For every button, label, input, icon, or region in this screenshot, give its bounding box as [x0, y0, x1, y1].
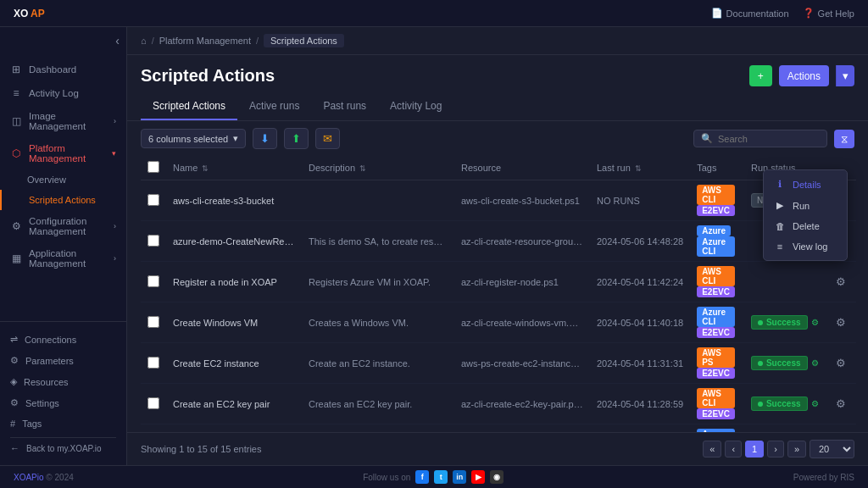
tab-past-runs[interactable]: Past runs	[311, 93, 378, 120]
cell-tags: Azure PSE2EVC	[690, 424, 744, 433]
mail-icon-btn[interactable]: ✉	[315, 128, 340, 149]
tab-active-runs[interactable]: Active runs	[237, 93, 311, 120]
sidebar-item-dashboard[interactable]: ⊞ Dashboard	[0, 58, 126, 81]
actions-dropdown-button[interactable]: ▾	[836, 65, 854, 86]
cell-name: Create EC2 instance	[166, 343, 302, 384]
page-1-btn[interactable]: 1	[745, 441, 764, 458]
tag-badge: AWS CLI	[697, 185, 735, 205]
actions-button[interactable]: Actions	[779, 65, 829, 86]
row-checkbox[interactable]	[147, 235, 159, 247]
sidebar-item-platform-management[interactable]: ⬡ Platform Management ▾	[0, 137, 126, 169]
sidebar-subitem-overview[interactable]: Overview	[0, 169, 126, 190]
cell-resource: az-cli-create-resource-group.ps1	[454, 221, 590, 262]
tag-badge: E2EVC	[697, 327, 735, 338]
cell-description: Creates a resource group.	[302, 424, 454, 433]
svg-text:XO: XO	[14, 8, 28, 19]
sidebar-item-resources[interactable]: ◈ Resources	[10, 371, 116, 392]
breadcrumb: ⌂ / Platform Management / Scripted Actio…	[127, 27, 868, 55]
tag-badge: AWS CLI	[697, 266, 735, 286]
prev-page-btn[interactable]: ‹	[725, 441, 742, 458]
table-row: Register a node in XOAPRegisters Azure V…	[141, 262, 856, 302]
context-menu: ℹ Details ▶ Run 🗑 Delete ≡ View log	[763, 169, 848, 261]
content-area: ⌂ / Platform Management / Scripted Actio…	[127, 27, 868, 465]
download-icon-btn[interactable]: ⬇	[253, 128, 277, 149]
facebook-icon[interactable]: f	[415, 470, 429, 484]
next-page-btn[interactable]: ›	[767, 441, 784, 458]
youtube-icon[interactable]: ▶	[471, 470, 485, 484]
tab-activity-log[interactable]: Activity Log	[378, 93, 453, 120]
toolbar: 6 columns selected ▾ ⬇ ⬆ ✉ 🔍 ⧖	[127, 121, 868, 156]
sidebar-bottom: ⇌ Connections ⚙ Parameters ◈ Resources ⚙…	[0, 321, 126, 465]
twitter-icon[interactable]: t	[434, 470, 448, 484]
gear-button[interactable]: ⚙	[832, 396, 849, 412]
cell-description: Creates an EC2 key pair.	[302, 384, 454, 424]
sidebar-item-connections[interactable]: ⇌ Connections	[10, 329, 116, 350]
gear-button[interactable]: ⚙	[832, 274, 849, 290]
dashboard-icon: ⊞	[10, 64, 22, 75]
app-expand-icon: ›	[114, 254, 116, 263]
row-checkbox[interactable]	[147, 275, 159, 287]
context-menu-details[interactable]: ℹ Details	[764, 174, 847, 195]
help-link[interactable]: ❓ Get Help	[803, 8, 854, 19]
upload-icon-btn[interactable]: ⬆	[284, 128, 309, 149]
chevron-down-icon: ▾	[233, 133, 238, 144]
docs-link[interactable]: 📄 Documentation	[711, 8, 789, 19]
cell-tags: AWS CLIE2EVC	[690, 262, 744, 302]
cell-name: Register a node in XOAP	[166, 262, 302, 302]
row-checkbox[interactable]	[147, 194, 159, 206]
collapse-button[interactable]: ‹	[115, 34, 120, 47]
footer: XOAPio © 2024 Follow us on f t in ▶ ◉ Po…	[0, 465, 868, 488]
app-icon: ▦	[10, 252, 22, 264]
sidebar-back-link[interactable]: ← Back to my.XOAP.io	[10, 437, 116, 458]
sidebar-item-application-management[interactable]: ▦ Application Management ›	[0, 242, 126, 274]
table-header: Name ⇅ Description ⇅ Resource Last run ⇅…	[141, 156, 856, 180]
tab-scripted-actions[interactable]: Scripted Actions	[141, 93, 237, 120]
docs-icon: 📄	[711, 8, 723, 19]
pagination-controls: « ‹ 1 › » 20 50 100	[703, 440, 854, 458]
context-menu-run[interactable]: ▶ Run	[764, 195, 847, 216]
add-button[interactable]: +	[749, 65, 772, 86]
cell-resource: aws-cli-create-s3-bucket.ps1	[454, 180, 590, 221]
github-icon[interactable]: ◉	[490, 470, 504, 484]
cell-gear: ⚙	[826, 262, 856, 302]
row-checkbox[interactable]	[147, 397, 159, 409]
home-icon[interactable]: ⌂	[141, 36, 147, 46]
cell-tags: AWS CLIE2EVC	[690, 180, 744, 221]
help-icon: ❓	[803, 8, 815, 19]
brand-link[interactable]: XOAPio	[14, 473, 44, 482]
context-menu-delete[interactable]: 🗑 Delete	[764, 216, 847, 236]
tag-badge: E2EVC	[697, 205, 735, 216]
gear-button[interactable]: ⚙	[832, 355, 849, 371]
sidebar-item-parameters[interactable]: ⚙ Parameters	[10, 350, 116, 371]
gear-button[interactable]: ⚙	[832, 314, 849, 330]
sidebar-item-image-management[interactable]: ◫ Image Management ›	[0, 105, 126, 137]
tag-badge: Azure	[697, 225, 731, 236]
sidebar-subitem-scripted-actions[interactable]: Scripted Actions	[0, 190, 126, 210]
cell-name: Create a resource group	[166, 424, 302, 433]
breadcrumb-current: Scripted Actions	[264, 34, 344, 47]
last-page-btn[interactable]: »	[787, 441, 806, 458]
tags-icon: #	[10, 419, 15, 429]
select-all-checkbox[interactable]	[147, 161, 159, 173]
sidebar-item-configuration-management[interactable]: ⚙ Configuration Management ›	[0, 210, 126, 242]
linkedin-icon[interactable]: in	[453, 470, 466, 484]
breadcrumb-platform[interactable]: Platform Management	[159, 36, 251, 46]
cell-tags: AWS CLIE2EVC	[690, 384, 744, 424]
per-page-select[interactable]: 20 50 100	[810, 440, 854, 458]
table-wrapper: Name ⇅ Description ⇅ Resource Last run ⇅…	[127, 156, 868, 432]
sidebar-item-activity-log[interactable]: ≡ Activity Log	[0, 81, 126, 105]
search-input[interactable]	[718, 134, 820, 144]
column-selector[interactable]: 6 columns selected ▾	[141, 129, 246, 148]
first-page-btn[interactable]: «	[703, 441, 721, 458]
context-menu-view-log[interactable]: ≡ View log	[764, 236, 847, 257]
svg-text:AP: AP	[31, 8, 45, 19]
row-checkbox[interactable]	[147, 316, 159, 328]
filter-button[interactable]: ⧖	[834, 130, 854, 148]
sidebar-item-settings[interactable]: ⚙ Settings	[10, 392, 116, 413]
status-dot	[758, 320, 763, 325]
cell-resource: az-ps-create-resource-group.ps1	[454, 424, 590, 433]
footer-brand: XOAPio © 2024	[14, 473, 74, 482]
sidebar-item-tags[interactable]: # Tags	[10, 413, 116, 434]
row-checkbox[interactable]	[147, 357, 159, 369]
cell-description: Create an EC2 instance.	[302, 343, 454, 384]
